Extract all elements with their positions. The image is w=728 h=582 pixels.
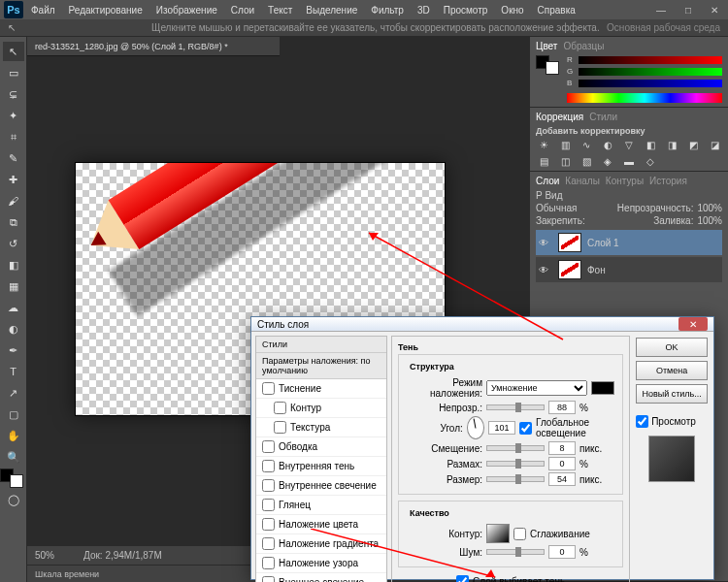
quickmask-icon[interactable]: ◯ (3, 490, 24, 509)
inp-noise[interactable] (548, 545, 576, 559)
adj-hue-icon[interactable]: ◧ (643, 140, 658, 150)
style-contour[interactable]: Контур (256, 399, 386, 418)
chk-global[interactable] (519, 422, 532, 435)
tool-gradient[interactable]: ▦ (3, 276, 24, 296)
tab-channels[interactable]: Каналы (565, 176, 600, 186)
tool-move[interactable]: ↖ (3, 42, 24, 61)
menu-3d[interactable]: 3D (412, 3, 436, 17)
inp-size[interactable] (548, 472, 576, 486)
style-texture[interactable]: Текстура (256, 418, 386, 437)
sld-distance[interactable] (486, 445, 545, 451)
tool-heal[interactable]: ✚ (3, 170, 24, 189)
inp-opacity[interactable] (548, 401, 576, 414)
style-inner-shadow[interactable]: Внутренняя тень (256, 457, 386, 476)
chk-knockout[interactable] (456, 575, 469, 582)
tab-paths[interactable]: Контуры (606, 176, 644, 186)
inp-spread[interactable] (548, 457, 576, 470)
close-icon[interactable]: ✕ (705, 3, 724, 17)
menu-edit[interactable]: Редактирование (63, 3, 149, 17)
chk-color-ov[interactable] (262, 518, 275, 531)
menu-text[interactable]: Текст (262, 3, 298, 17)
tool-blur[interactable]: ☁ (3, 298, 24, 317)
inp-angle[interactable] (488, 421, 515, 435)
tab-layers[interactable]: Слои (536, 176, 559, 186)
tool-brush[interactable]: 🖌 (3, 191, 24, 210)
tool-lasso[interactable]: ⊊ (3, 84, 24, 104)
style-bevel[interactable]: Тиснение (256, 379, 386, 399)
move-tool-icon[interactable]: ↖ (8, 22, 16, 33)
style-stroke[interactable]: Обводка (256, 437, 386, 457)
chk-outer-glow[interactable] (262, 576, 275, 582)
sld-noise[interactable] (486, 549, 545, 555)
maximize-icon[interactable]: □ (679, 3, 697, 17)
layer-item-1[interactable]: 👁 Слой 1 (536, 230, 722, 255)
layer-kind[interactable]: Р Вид (536, 190, 563, 201)
adj-poster-icon[interactable]: ▧ (579, 156, 594, 167)
menu-image[interactable]: Изображение (150, 3, 223, 17)
b-slider[interactable] (579, 80, 722, 87)
sld-size[interactable] (486, 476, 545, 482)
layer-item-bg[interactable]: 👁 Фон (536, 257, 722, 282)
style-satin[interactable]: Глянец (256, 496, 386, 515)
menu-window[interactable]: Окно (495, 3, 529, 17)
adj-thresh-icon[interactable]: ◈ (600, 156, 615, 167)
adj-invert-icon[interactable]: ◫ (557, 156, 573, 167)
angle-dial[interactable] (467, 416, 484, 439)
tab-history[interactable]: История (649, 176, 687, 186)
adj-mixer-icon[interactable]: ◪ (707, 140, 722, 150)
tool-dodge[interactable]: ◐ (3, 319, 24, 339)
chk-bevel[interactable] (262, 382, 275, 395)
layer-name[interactable]: Слой 1 (587, 238, 619, 248)
adj-curves-icon[interactable]: ∿ (579, 140, 594, 150)
chk-stroke[interactable] (262, 440, 275, 453)
sld-opacity[interactable] (486, 404, 545, 410)
adj-photo-icon[interactable]: ◩ (685, 140, 701, 150)
adj-gradmap-icon[interactable]: ▬ (621, 156, 637, 167)
fill-value[interactable]: 100% (697, 215, 722, 226)
opacity-value[interactable]: 100% (697, 203, 722, 213)
style-pattern-overlay[interactable]: Наложение узора (256, 554, 386, 573)
tool-type[interactable]: T (3, 362, 24, 381)
sld-spread[interactable] (486, 461, 545, 467)
tool-stamp[interactable]: ⧉ (3, 212, 24, 232)
style-outer-glow[interactable]: Внешнее свечение (256, 573, 386, 582)
sel-blend-mode[interactable]: Умножение (486, 380, 587, 396)
minimize-icon[interactable]: — (650, 3, 672, 17)
color-swatch[interactable] (3, 469, 24, 488)
tool-history-brush[interactable]: ↺ (3, 234, 24, 253)
style-color-overlay[interactable]: Наложение цвета (256, 515, 386, 534)
chk-inner-shadow[interactable] (262, 460, 275, 472)
adj-lookup-icon[interactable]: ▤ (536, 156, 551, 167)
tool-path[interactable]: ↗ (3, 383, 24, 403)
menu-help[interactable]: Справка (532, 3, 581, 17)
adj-brightness-icon[interactable]: ☀ (536, 140, 551, 150)
chk-antialias[interactable] (513, 528, 526, 540)
tab-styles[interactable]: Стили (589, 112, 617, 122)
adj-bw-icon[interactable]: ◨ (664, 140, 679, 150)
fg-bg-swatch[interactable] (536, 55, 559, 103)
menu-view[interactable]: Просмотр (438, 3, 494, 17)
tool-zoom[interactable]: 🔍 (3, 447, 24, 467)
adj-select-icon[interactable]: ◇ (643, 156, 658, 167)
blend-mode-label[interactable]: Обычная (536, 203, 577, 213)
dialog-close-icon[interactable]: ✕ (678, 317, 708, 331)
ok-button[interactable]: OK (636, 338, 708, 357)
tool-crop[interactable]: ⌗ (3, 127, 24, 146)
menu-filter[interactable]: Фильтр (365, 3, 410, 17)
styles-header[interactable]: Стили (256, 337, 386, 353)
chk-contour[interactable] (274, 402, 286, 414)
eye-icon[interactable]: 👁 (539, 238, 552, 248)
tool-eraser[interactable]: ◧ (3, 255, 24, 275)
menu-file[interactable]: Файл (25, 3, 61, 17)
workspace-switcher[interactable]: Основная рабочая среда (607, 22, 720, 33)
adj-vibrance-icon[interactable]: ▽ (621, 140, 637, 150)
tool-eyedropper[interactable]: ✎ (3, 148, 24, 168)
menu-select[interactable]: Выделение (300, 3, 363, 17)
contour-picker[interactable] (486, 524, 510, 543)
style-gradient-overlay[interactable]: Наложение градиента (256, 534, 386, 554)
blending-options[interactable]: Параметры наложения: по умолчанию (256, 353, 386, 379)
hue-strip[interactable] (567, 93, 722, 103)
tab-swatches[interactable]: Образцы (563, 41, 604, 51)
r-slider[interactable] (579, 56, 722, 64)
chk-preview[interactable] (636, 415, 648, 428)
